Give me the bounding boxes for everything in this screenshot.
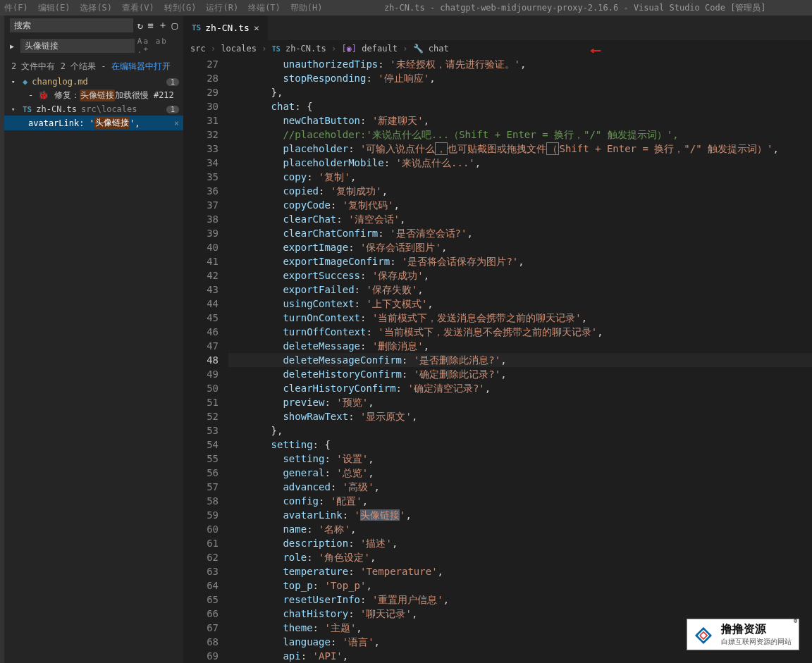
search-sidebar: ↻ ≡ ＋ ▢ ▶ Aa ab .* 2 文件中有 2 个结果 - 在编辑器中打… (4, 16, 183, 663)
search-input[interactable] (20, 39, 135, 53)
dismiss-icon[interactable]: × (174, 118, 179, 128)
menu-item[interactable]: 帮助(H) (290, 3, 323, 13)
window-title: zh-CN.ts - chatgpt-web-midjourney-proxy-… (343, 2, 808, 14)
chevron-right-icon[interactable]: ▶ (10, 42, 18, 50)
code-body[interactable]: unauthorizedTips: '未经授权，请先进行验证。', stopRe… (228, 57, 812, 663)
line-numbers: 2728293031323334353637383940414243444546… (183, 57, 228, 663)
search-label-input[interactable] (10, 18, 133, 32)
search-options[interactable]: Aa ab .* (137, 37, 178, 55)
tab-zh-cn[interactable]: TS zh-CN.ts × (183, 16, 269, 40)
editor-tabs: TS zh-CN.ts × (183, 16, 812, 41)
open-in-editor-link[interactable]: 在编辑器中打开 (111, 61, 171, 71)
menu-item[interactable]: 终端(T) (248, 3, 281, 13)
newfile-icon[interactable]: ＋ (158, 19, 168, 32)
menu-bar: 件(F)编辑(E)选择(S)查看(V)转到(G)运行(R)终端(T)帮助(H) … (0, 0, 812, 16)
menu-item[interactable]: 转到(G) (164, 3, 197, 13)
red-arrow-annotation: ← (590, 42, 601, 57)
watermark-logo-icon (691, 624, 715, 646)
svg-marker-0 (696, 628, 710, 642)
menu-item[interactable]: 运行(R) (206, 3, 238, 13)
code-editor[interactable]: 2728293031323334353637383940414243444546… (183, 57, 812, 663)
watermark-title: 撸撸资源 (721, 622, 792, 637)
tab-label: zh-CN.ts (205, 23, 250, 33)
refresh-icon[interactable]: ↻ (137, 20, 143, 31)
menu-item[interactable]: 选择(S) (80, 3, 112, 13)
search-file[interactable]: ▾TSzh-CN.ts src\locales1 (4, 103, 183, 116)
collapse-icon[interactable]: ▢ (172, 20, 178, 31)
ts-icon: TS (192, 23, 201, 32)
search-summary: 2 文件中有 2 个结果 - 在编辑器中打开 (4, 58, 183, 75)
watermark: ® 撸撸资源 白嫖互联网资源的网站 (687, 619, 799, 650)
close-icon[interactable]: × (254, 23, 259, 33)
clear-icon[interactable]: ≡ (147, 20, 153, 31)
breadcrumb[interactable]: src › locales › TS zh-CN.ts › [◉] defaul… (183, 41, 812, 57)
search-file[interactable]: ▾◆changlog.md1 (4, 75, 183, 88)
watermark-subtitle: 白嫖互联网资源的网站 (721, 637, 792, 647)
search-match[interactable]: - 🐞 修复：头像链接加载很慢 #212 (4, 88, 183, 103)
menu-item[interactable]: 件(F) (4, 3, 28, 13)
search-match[interactable]: avatarLink: '头像链接',× (4, 116, 183, 130)
menu-item[interactable]: 查看(V) (122, 3, 154, 13)
menu-item[interactable]: 编辑(E) (38, 3, 70, 13)
